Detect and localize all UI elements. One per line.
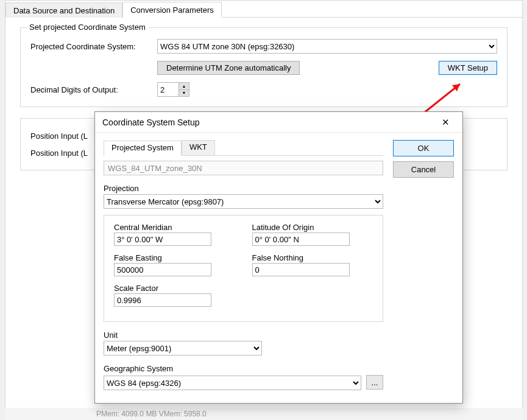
main-tab-strip: Data Source and Destination Conversion P… [5,1,522,18]
coordinate-system-setup-dialog: Coordinate System Setup ✕ Projected Syst… [94,111,463,404]
spinner-up-icon[interactable]: ▲ [179,83,189,90]
spinner-down-icon[interactable]: ▼ [179,90,189,97]
central-meridian-label: Central Meridian [114,223,172,232]
false-northing-input[interactable] [252,263,350,276]
projection-label: Projection [104,184,383,193]
set-projected-cs-group: Set projected Coordinate System Projecte… [20,27,508,107]
dialog-tab-strip: Projected System WKT [104,140,383,156]
determine-utm-button[interactable]: Determine UTM Zone automatically [157,61,300,75]
scale-factor-label: Scale Factor [114,284,158,293]
set-projected-cs-legend: Set projected Coordinate System [27,23,148,32]
unit-label: Unit [104,331,383,340]
central-meridian-input[interactable] [114,233,211,246]
projection-params-group: Central Meridian Latitude Of Origin Fals… [104,215,383,322]
tab-data-source[interactable]: Data Source and Destination [5,2,122,18]
digits-label: Decimal Digits of Output: [30,85,151,94]
geographic-system-select[interactable]: WGS 84 (epsg:4326) [104,376,361,390]
pcs-label: Projected Coordinate System: [30,42,151,51]
decimal-digits-spinner[interactable]: ▲ ▼ [157,82,189,97]
tab-conversion-parameters[interactable]: Conversion Parameters [122,2,222,18]
lat-origin-input[interactable] [252,233,350,246]
dialog-title: Coordinate System Setup [102,117,200,127]
false-northing-label: False Northing [252,253,304,262]
lat-origin-label: Latitude Of Origin [252,223,314,232]
close-icon[interactable]: ✕ [434,114,456,131]
wkt-setup-button[interactable]: WKT Setup [439,61,497,75]
ok-button[interactable]: OK [393,140,454,156]
geographic-system-browse-button[interactable]: ... [366,375,383,390]
tab-projected-system[interactable]: Projected System [104,141,182,156]
unit-select[interactable]: Meter (epsg:9001) [104,341,262,355]
cs-name-field[interactable] [104,161,383,175]
geographic-system-label: Geographic System [104,364,383,373]
decimal-digits-input[interactable] [158,83,179,96]
projection-select[interactable]: Transverse Mercator (epsg:9807) [104,194,383,209]
pcs-select[interactable]: WGS 84 UTM zone 30N (epsg:32630) [157,39,497,54]
cancel-button[interactable]: Cancel [393,161,454,178]
scale-factor-input[interactable] [114,293,211,307]
false-easting-input[interactable] [114,263,211,276]
false-easting-label: False Easting [114,253,162,262]
tab-wkt[interactable]: WKT [182,140,215,155]
dialog-titlebar: Coordinate System Setup ✕ [95,112,462,133]
status-bar: PMem: 4099.0 MB VMem: 5958.0 [5,408,523,420]
